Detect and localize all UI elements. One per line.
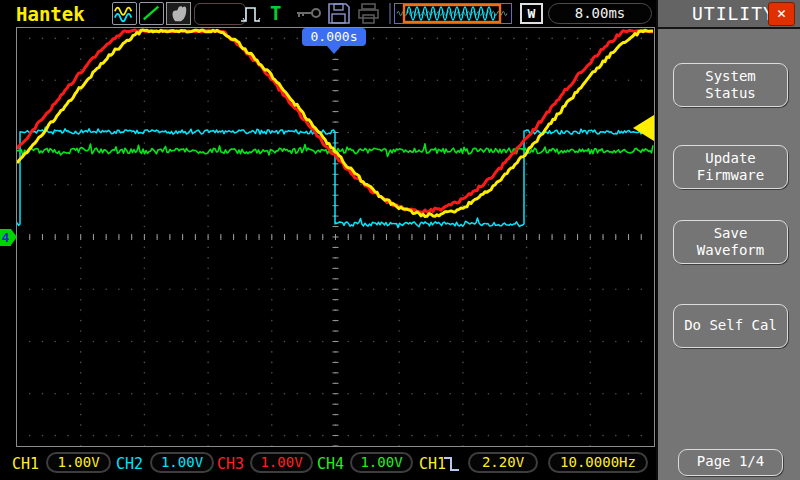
trigger-position-pointer-icon [327, 46, 341, 54]
grid-center-ticks [30, 38, 642, 446]
trigger-t-icon[interactable]: T [270, 2, 281, 24]
system-status-button[interactable]: System Status [673, 63, 788, 107]
ch3-scale-readout: 1.00V [250, 452, 313, 473]
waveform-preview[interactable] [394, 3, 512, 24]
key-icon [294, 2, 323, 25]
ch2-scale-readout: 1.00V [150, 452, 214, 473]
utility-menu: UTILITY ✕ System Status Update Firmware … [656, 0, 800, 480]
measure-line-icon[interactable] [139, 2, 164, 25]
ch4-marker-arrow-icon [11, 229, 17, 245]
close-icon[interactable]: ✕ [768, 2, 795, 26]
ch3-label: CH3 [217, 455, 244, 473]
ch1-label: CH1 [12, 455, 39, 473]
save-icon[interactable] [326, 2, 351, 25]
ch1-scale-readout: 1.00V [46, 452, 111, 473]
brand-logo: Hantek [16, 3, 85, 25]
menu-header: UTILITY ✕ [658, 0, 800, 29]
falling-edge-icon [443, 454, 461, 473]
update-firmware-button[interactable]: Update Firmware [673, 145, 788, 189]
print-icon [356, 2, 381, 25]
ch2-label: CH2 [116, 455, 143, 473]
page-button[interactable]: Page 1/4 [678, 449, 783, 476]
ch2-trace [17, 127, 653, 227]
window-mode-icon[interactable]: W [520, 3, 543, 24]
pulse-trigger-icon[interactable] [239, 2, 264, 25]
grid-dots [30, 38, 642, 446]
trigger-level-marker[interactable] [633, 115, 654, 141]
ch4-scale-readout: 1.00V [350, 452, 413, 473]
trigger-frequency-readout: 10.0000Hz [548, 452, 648, 473]
toolbar-separator [389, 3, 391, 24]
timebase-readout: 8.00ms [548, 3, 652, 24]
trigger-level-readout: 2.20V [468, 452, 538, 473]
toolbar: Hantek T [0, 0, 656, 27]
hand-tool-icon[interactable] [166, 2, 191, 25]
waveform-display [16, 27, 655, 447]
save-waveform-button[interactable]: Save Waveform [673, 220, 788, 264]
do-self-cal-button[interactable]: Do Self Cal [673, 304, 788, 348]
oscilloscope-screen: Hantek T [0, 0, 800, 480]
status-bar: CH1 1.00V CH2 1.00V CH3 1.00V CH4 1.00V … [0, 448, 656, 480]
ch4-position-marker[interactable]: 4 [0, 229, 17, 246]
trigger-position-tag[interactable]: 0.000s [302, 28, 366, 46]
channels-icon[interactable] [112, 2, 137, 25]
menu-title: UTILITY [692, 3, 775, 24]
ch4-label: CH4 [317, 455, 344, 473]
